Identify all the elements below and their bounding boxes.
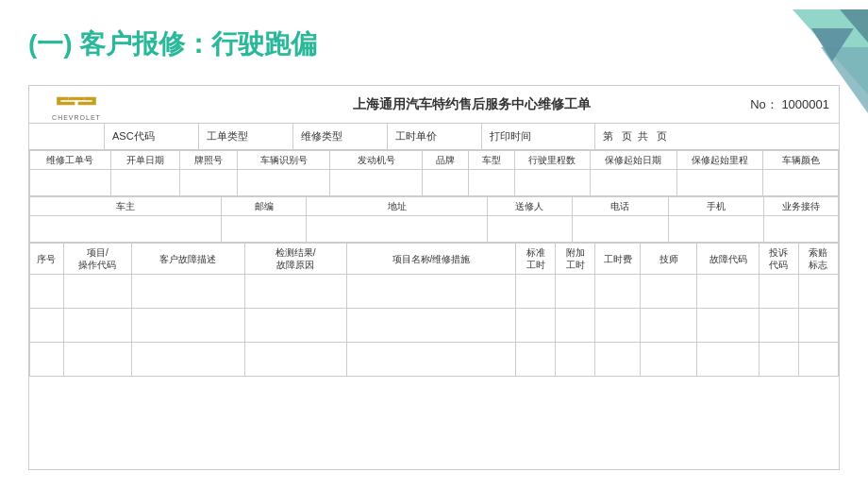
- col-complaint-code: 投诉代码: [760, 244, 799, 275]
- meta-asc: ASC代码: [105, 124, 199, 149]
- col-address: 地址: [307, 197, 488, 216]
- vehicle-info-table: 维修工单号 开单日期 牌照号 车辆识别号 发动机号 品牌 车型 行驶里程数 保修…: [29, 150, 839, 196]
- chevrolet-logo: [53, 88, 100, 114]
- svg-marker-3: [840, 9, 868, 42]
- col-op-code: 项目/操作代码: [63, 244, 131, 275]
- col-phone: 电话: [573, 197, 668, 216]
- col-advisor: 业务接待: [764, 197, 839, 216]
- col-seq: 序号: [30, 244, 64, 275]
- meta-print-time: 打印时间: [482, 124, 595, 149]
- form-header: CHEVROLET 上海通用汽车特约售后服务中心维修工单 No： 1000001: [29, 86, 839, 124]
- meta-unit-price: 工时单价: [388, 124, 482, 149]
- col-open-date: 开单日期: [110, 151, 179, 170]
- no-label: No：: [750, 97, 778, 111]
- svg-marker-0: [793, 9, 868, 94]
- repair-row-3: [30, 343, 839, 377]
- form-container: CHEVROLET 上海通用汽车特约售后服务中心维修工单 No： 1000001…: [28, 85, 840, 470]
- repair-row-1: [30, 275, 839, 309]
- meta-page-info: 第 页 共 页: [595, 124, 839, 149]
- col-model: 车型: [469, 151, 515, 170]
- table-header-row-2: 车主 邮编 地址 送修人 电话 手机 业务接待: [30, 197, 839, 216]
- chevy-text: CHEVROLET: [52, 114, 101, 121]
- col-color: 车辆颜色: [763, 151, 839, 170]
- col-labor-cost: 工时费: [595, 244, 641, 275]
- meta-row: ASC代码 工单类型 维修类型 工时单价 打印时间 第 页 共 页: [29, 124, 839, 150]
- svg-marker-2: [811, 28, 854, 61]
- col-zipcode: 邮编: [221, 197, 306, 216]
- col-engine: 发动机号: [330, 151, 423, 170]
- table-row-2: [30, 216, 839, 243]
- col-mobile: 手机: [668, 197, 763, 216]
- col-warranty-start: 保修起始日期: [590, 151, 676, 170]
- owner-info-table: 车主 邮编 地址 送修人 电话 手机 业务接待: [29, 196, 839, 243]
- form-no: No： 1000001: [750, 96, 829, 113]
- col-claim-flag: 索赔标志: [798, 244, 838, 275]
- repair-row-2: [30, 309, 839, 343]
- col-brand: 品牌: [423, 151, 469, 170]
- col-repair-name: 项目名称/维修措施: [346, 244, 516, 275]
- col-owner: 车主: [30, 197, 222, 216]
- meta-order-type: 工单类型: [199, 124, 293, 149]
- col-order-no: 维修工单号: [30, 151, 111, 170]
- table-header-row-3: 序号 项目/操作代码 客户故障描述 检测结果/故障原因 项目名称/维修措施 标准…: [30, 244, 839, 275]
- meta-logo-spacer: [29, 124, 105, 149]
- logo-area: CHEVROLET: [39, 88, 114, 121]
- col-technician: 技师: [641, 244, 697, 275]
- col-extra-time: 附加工时: [556, 244, 595, 275]
- form-header-title: 上海通用汽车特约售后服务中心维修工单: [114, 96, 829, 113]
- col-vin: 车辆识别号: [238, 151, 330, 170]
- col-std-time: 标准工时: [516, 244, 556, 275]
- col-fault-desc: 客户故障描述: [131, 244, 244, 275]
- no-value: 1000001: [781, 97, 829, 111]
- col-fault-code: 故障代码: [697, 244, 760, 275]
- col-mileage: 行驶里程数: [515, 151, 591, 170]
- svg-rect-4: [69, 97, 85, 100]
- page-title: (一) 客户报修：行驶跑偏: [28, 26, 317, 62]
- col-diagnosis: 检测结果/故障原因: [244, 244, 346, 275]
- table-row-1: [30, 170, 839, 196]
- repair-items-table: 序号 项目/操作代码 客户故障描述 检测结果/故障原因 项目名称/维修措施 标准…: [29, 243, 839, 377]
- col-plate: 牌照号: [180, 151, 238, 170]
- col-sender: 送修人: [487, 197, 572, 216]
- meta-repair-type: 维修类型: [293, 124, 388, 149]
- col-warranty-mileage: 保修起始里程: [676, 151, 763, 170]
- table-header-row-1: 维修工单号 开单日期 牌照号 车辆识别号 发动机号 品牌 车型 行驶里程数 保修…: [30, 151, 839, 170]
